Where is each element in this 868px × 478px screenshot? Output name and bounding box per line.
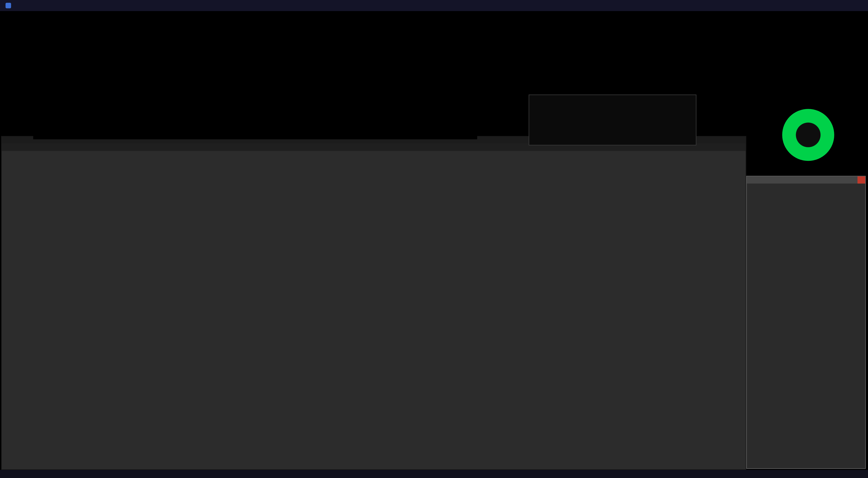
titlebar [0, 0, 868, 11]
taskbar [0, 470, 868, 478]
status-ring-indicator [782, 109, 834, 161]
mixer-strips [748, 184, 865, 468]
signal-meter-panel [529, 95, 696, 145]
mixer-titlebar[interactable] [747, 176, 865, 184]
desktop [0, 0, 868, 478]
station-controller-panel [0, 11, 868, 93]
mixer-window [746, 176, 866, 469]
mixer-close-icon[interactable] [858, 176, 865, 184]
app-icon [5, 3, 11, 8]
tx-meter-panel [33, 95, 477, 139]
sdr-window [1, 136, 746, 470]
